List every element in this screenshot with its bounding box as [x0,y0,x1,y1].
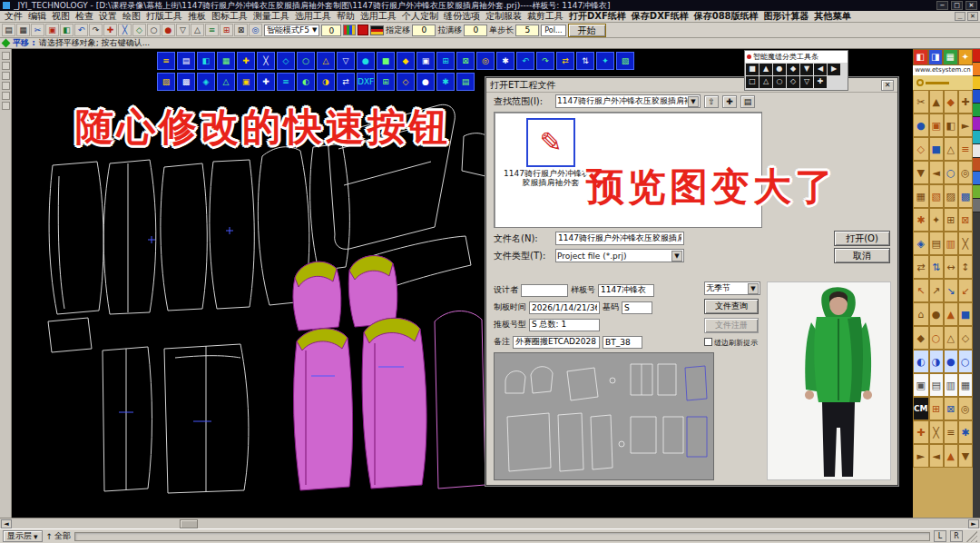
palette-tool[interactable]: ✱ [958,420,973,444]
quick-tool-button[interactable]: ≡ [277,73,295,91]
smart-tool-button[interactable]: ▽ [800,76,813,88]
quick-tool-button[interactable]: ↶ [516,52,534,70]
file-query-button[interactable]: 文件查询 [704,299,759,314]
palette-tool[interactable]: ○ [958,350,973,373]
file-register-button[interactable]: 文件注册 [704,318,759,333]
left-toolbar-button[interactable] [2,102,10,110]
palette-tool[interactable]: ○ [944,161,958,184]
palette-tool[interactable]: △ [944,137,958,161]
quick-tool-button[interactable]: ▣ [237,73,255,91]
quick-tool-button[interactable]: DXF [357,73,375,91]
palette-tool[interactable]: ▥ [944,232,958,255]
palette-tool[interactable]: ► [958,114,973,137]
quick-tool-button[interactable]: ○ [297,52,315,70]
left-toolbar-button[interactable] [2,72,10,80]
palette-tool[interactable]: ▦ [913,184,929,208]
palette-tool[interactable]: ◄ [929,444,944,468]
palette-tool[interactable]: ◈ [913,232,929,255]
quick-tool-button[interactable]: ▣ [416,52,435,70]
quick-tool-button[interactable]: ⇅ [576,52,594,70]
palette-tool[interactable]: ● [929,302,944,326]
smart-tool-button[interactable]: ◀ [814,64,827,75]
edge-color-block[interactable] [973,131,980,144]
view-menu-icon[interactable]: ▤ [740,95,755,108]
palette-tool[interactable]: CM [913,397,929,420]
smart-tool-button[interactable]: △ [760,76,772,88]
quick-tool-button[interactable]: △ [317,52,335,70]
smart-tool-button[interactable]: □ [746,76,759,88]
palette-tool[interactable]: ▲ [944,302,958,326]
menu-item[interactable]: 定制服装 [483,10,524,23]
red-mode-icon[interactable] [358,25,368,35]
edge-color-block[interactable] [973,199,980,212]
menu-item[interactable]: 图形计算器 [761,10,812,23]
palette-tool[interactable]: ↗ [929,279,944,302]
toolbar-icon[interactable]: ▦ [16,24,30,36]
cancel-button[interactable]: 取消 [834,248,890,263]
note-input-2[interactable] [603,336,642,349]
color-grid-icon[interactable] [343,25,356,35]
edge-color-block[interactable] [973,104,980,117]
smart-tool-button[interactable]: ● [773,64,786,75]
palette-tool[interactable]: ⊞ [929,397,944,420]
palette-tool[interactable]: ≡ [958,137,973,161]
window-control-button[interactable]: − [936,1,948,10]
filename-input[interactable] [555,232,684,245]
toolbar-icon[interactable]: ▣ [45,24,59,36]
resize-grip[interactable] [966,531,977,542]
palette-tool[interactable]: ✚ [958,90,973,114]
quick-tool-button[interactable]: ◧ [197,52,215,70]
start-button[interactable]: 开始 [568,24,606,37]
palette-tool[interactable]: ◐ [913,350,929,373]
toolbar-icon[interactable]: ✚ [103,24,117,36]
toolbar-icon[interactable]: ⊠ [234,24,248,36]
quick-tool-button[interactable]: ▩ [177,73,195,91]
palette-tool[interactable]: ◎ [958,397,973,420]
left-toolbar-button[interactable] [2,82,10,90]
palette-tool[interactable]: ◄ [929,161,944,184]
edge-color-block[interactable] [973,172,980,185]
left-toolbar-button[interactable] [2,62,10,70]
palette-tool[interactable]: ◇ [958,326,973,350]
open-button[interactable]: 打开(O) [834,231,890,246]
palette-tool[interactable]: ≡ [944,420,958,444]
right-mouse-indicator[interactable]: R [950,530,963,542]
palette-tool[interactable]: ✦ [929,208,944,232]
smart-tool-button[interactable]: ✚ [814,76,827,88]
quick-tool-button[interactable]: ◐ [297,73,315,91]
edge-color-block[interactable] [973,144,980,158]
quick-tool-button[interactable]: ✱ [436,73,455,91]
palette-tool[interactable]: ● [913,114,929,137]
toolbar-icon[interactable]: ◧ [60,24,74,36]
quick-tool-button[interactable]: ▦ [217,52,235,70]
menu-item[interactable]: 推板 [185,10,209,23]
checkbox-icon[interactable] [704,338,712,346]
menu-item[interactable]: 测量工具 [250,10,292,23]
toolbar-icon[interactable]: ◎ [249,24,262,36]
grade-input[interactable] [529,319,600,331]
palette-tool[interactable]: ⊠ [944,397,958,420]
quick-tool-button[interactable]: ● [357,52,375,70]
palette-tool[interactable]: ▼ [958,444,973,468]
left-toolbar-button[interactable] [2,52,10,60]
left-toolbar-button[interactable] [2,92,10,100]
palette-tool[interactable]: ◆ [913,326,929,350]
edge-color-block[interactable] [973,63,980,76]
palette-tool[interactable]: ○ [929,326,944,350]
scroll-left-icon[interactable]: ◄ [1,519,12,528]
menu-item[interactable]: 打版工具 [143,10,185,23]
edge-color-block[interactable] [973,49,980,63]
menu-item[interactable]: 选用工具 [292,10,334,23]
quick-tool-button[interactable]: ◆ [397,52,415,70]
layer-display-button[interactable]: 显示层 ▾ [3,530,43,542]
quick-tool-button[interactable]: ▧ [616,52,634,70]
palette-tool[interactable]: ✚ [913,420,929,444]
palette-tool[interactable]: ● [944,350,958,373]
smart-tool-button[interactable]: ▲ [760,64,772,75]
toolbar-icon[interactable]: ▽ [176,24,190,36]
palette-tool[interactable]: ▦ [958,373,973,397]
note-input[interactable] [513,336,600,349]
palette-top-tool[interactable]: ▦ [943,49,958,65]
quick-tool-button[interactable]: ⊠ [456,52,475,70]
quick-tool-button[interactable]: ▨ [157,73,175,91]
